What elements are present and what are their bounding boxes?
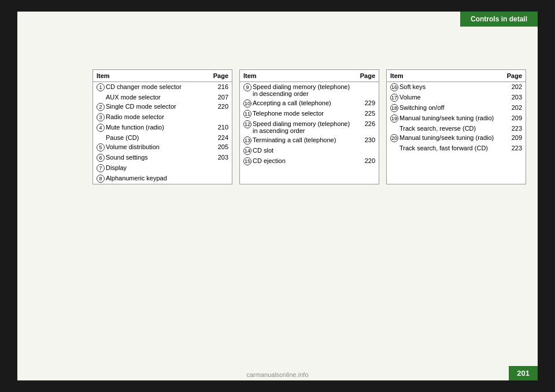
table-row: 17Volume203: [387, 93, 526, 103]
item-label: Speed dialing memory (telephone) in asce…: [253, 120, 353, 134]
item-label: Terminating a call (telephone): [253, 136, 353, 143]
table3-item-header: Item: [387, 70, 502, 82]
page-number-cell: 202: [502, 82, 526, 93]
table-row: 2Single CD mode selector220: [93, 102, 232, 112]
table-1: Item Page 1CD changer mode selector216AU…: [92, 69, 232, 184]
item-number: 5: [97, 143, 105, 151]
table-row: 11Telephone mode selector225: [240, 109, 379, 119]
item-label: Speed dialing memory (telephone) in desc…: [253, 83, 353, 97]
item-cell: 3Radio mode selector: [93, 112, 205, 123]
section-title: Controls in detail: [471, 15, 527, 23]
page-number-cell: 205: [205, 142, 232, 153]
table-row: 5Volume distribution205: [93, 142, 232, 153]
table1-item-header: Item: [93, 70, 205, 82]
item-cell: 16Soft keys: [387, 82, 502, 93]
page-number-cell: 209: [502, 113, 526, 124]
item-cell: 20Manual tuning/seek tuning (radio): [387, 133, 502, 143]
item-number: 8: [97, 175, 105, 183]
item-cell: 18Switching on/off: [387, 103, 502, 113]
tables-container: Item Page 1CD changer mode selector216AU…: [92, 69, 526, 184]
item-cell: 17Volume: [387, 93, 502, 103]
item-number: 13: [243, 136, 251, 145]
item-cell: Track search, reverse (CD): [387, 124, 502, 133]
page-number-cell: 220: [205, 102, 232, 112]
table-row: 15CD ejection220: [240, 156, 379, 167]
table1-page-header: Page: [205, 70, 232, 82]
page-number-cell: 230: [357, 135, 379, 146]
item-number: 15: [243, 157, 251, 165]
page-number-cell: [357, 82, 379, 99]
table-row: 8Alphanumeric keypad: [93, 173, 232, 184]
page-number-cell: 216: [205, 82, 232, 93]
page-number-cell: 223: [502, 124, 526, 133]
item-number: 18: [390, 104, 398, 112]
item-label: Radio mode selector: [106, 113, 201, 120]
table-3: Item Page 16Soft keys20217Volume20318Swi…: [386, 69, 526, 184]
item-number: 4: [97, 124, 105, 132]
page-number-cell: [205, 112, 232, 123]
table-row: 9Speed dialing memory (telephone) in des…: [240, 82, 379, 99]
page-number-cell: 209: [502, 133, 526, 143]
item-cell: 6Sound settings: [93, 153, 205, 163]
item-number: 12: [243, 120, 251, 128]
table-row: 6Sound settings203: [93, 153, 232, 163]
page-background: [17, 12, 538, 380]
table-row: AUX mode selector207: [93, 93, 232, 102]
item-label: Soft keys: [399, 83, 499, 90]
item-label: Sound settings: [106, 154, 201, 161]
table3-page-header: Page: [502, 70, 526, 82]
page-number-cell: [205, 163, 232, 173]
item-number: 1: [97, 83, 105, 91]
item-cell: 2Single CD mode selector: [93, 102, 205, 112]
item-cell: 14CD slot: [240, 146, 357, 156]
item-cell: 7Display: [93, 163, 205, 173]
table-row: Track search, reverse (CD)223: [387, 124, 526, 133]
page-number-cell: 224: [205, 133, 232, 142]
page-number-cell: 207: [205, 93, 232, 102]
table-row: 1CD changer mode selector216: [93, 82, 232, 93]
item-number: 10: [243, 99, 251, 108]
item-number: 11: [243, 110, 251, 118]
page-number-cell: 210: [205, 123, 232, 133]
item-label: Switching on/off: [399, 104, 499, 111]
item-label: Volume: [399, 94, 499, 101]
item-label: Display: [106, 164, 201, 171]
section-header: Controls in detail: [460, 12, 538, 27]
item-label: Telephone mode selector: [253, 110, 353, 117]
page-number-cell: 226: [357, 119, 379, 135]
page-number-cell: 229: [357, 98, 379, 109]
table-row: 14CD slot: [240, 146, 379, 156]
table-row: 10Accepting a call (telephone)229: [240, 98, 379, 109]
page-number-cell: [357, 146, 379, 156]
item-number: 6: [97, 154, 105, 162]
item-cell: 11Telephone mode selector: [240, 109, 357, 119]
item-label: Accepting a call (telephone): [253, 99, 353, 106]
watermark-text: carmanualsonline.info: [246, 371, 308, 378]
page-number-cell: [205, 173, 232, 184]
table-row: 3Radio mode selector: [93, 112, 232, 123]
item-number: 14: [243, 147, 251, 155]
table-row: Track search, fast forward (CD)223: [387, 143, 526, 153]
table-row: 20Manual tuning/seek tuning (radio)209: [387, 133, 526, 143]
item-cell: 13Terminating a call (telephone): [240, 135, 357, 146]
table-row: 4Mute function (radio)210: [93, 123, 232, 133]
item-number: 9: [243, 83, 251, 91]
item-cell: AUX mode selector: [93, 93, 205, 102]
item-label: Manual tuning/seek tuning (radio): [399, 134, 499, 141]
item-number: 20: [390, 134, 398, 142]
item-cell: 19Manual tuning/seek tuning (radio): [387, 113, 502, 124]
table-2: Item Page 9Speed dialing memory (telepho…: [239, 69, 379, 184]
item-cell: 8Alphanumeric keypad: [93, 173, 205, 184]
item-label: CD slot: [253, 147, 353, 154]
table2-item-header: Item: [240, 70, 357, 82]
item-cell: 10Accepting a call (telephone): [240, 98, 357, 109]
page-number-cell: 202: [502, 103, 526, 113]
item-label: Mute function (radio): [106, 124, 201, 131]
item-cell: 1CD changer mode selector: [93, 82, 205, 93]
page-number-cell: 220: [357, 156, 379, 167]
item-number: 7: [97, 164, 105, 172]
item-number: 16: [390, 83, 398, 91]
table-row: 19Manual tuning/seek tuning (radio)209: [387, 113, 526, 124]
table-row: 7Display: [93, 163, 232, 173]
item-cell: 4Mute function (radio): [93, 123, 205, 133]
